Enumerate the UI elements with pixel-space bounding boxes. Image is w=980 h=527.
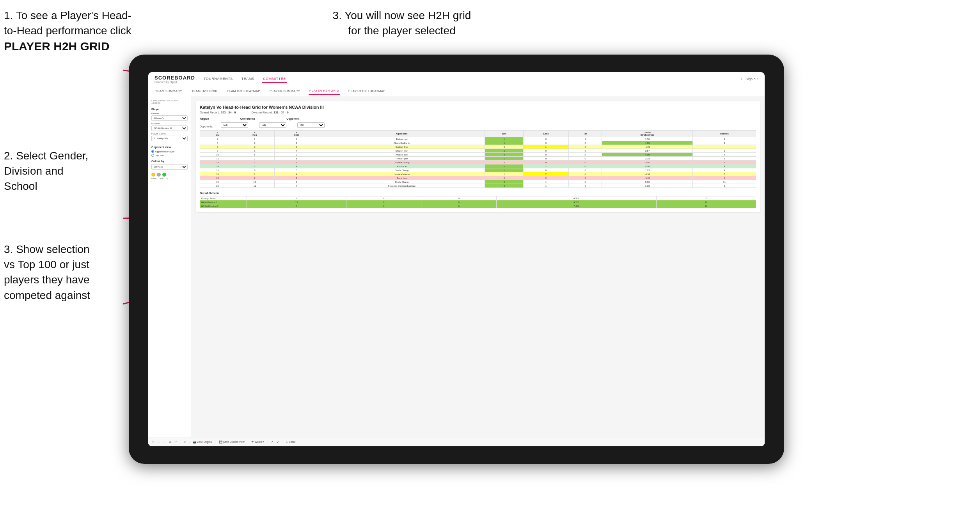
opponent-section-title: Opponent [286, 117, 299, 120]
player-section-title: Player [151, 108, 188, 111]
player-rank-label: Player (Rank) [151, 133, 188, 135]
colour-label-level: Level [159, 177, 163, 180]
gender-dropdown[interactable]: Women's Men's [151, 115, 188, 121]
help-icon[interactable]: i [741, 77, 742, 81]
nav-tab-tournaments[interactable]: TOURNAMENTS [203, 75, 234, 83]
opponent-view-radio-group: Opponents Played Top 100 [151, 150, 188, 157]
instruction-line1: 1. To see a Player's Head- [4, 9, 131, 21]
toolbar-sep4: | [248, 440, 249, 443]
save-custom-view-btn[interactable]: 💾 Save Custom View [219, 440, 245, 444]
filters-row: Region Conference Opponent [200, 117, 756, 120]
logo-area: SCOREBOARD Powered by clippd [154, 75, 195, 83]
toolbar-sep3: | [215, 440, 216, 443]
th-opponent: Opponent [319, 131, 485, 137]
sub-nav-player-summary[interactable]: PLAYER SUMMARY [269, 88, 301, 94]
table-row: 19106 Emily Chang 4 1 0 0.30 11 [200, 180, 756, 184]
table-row: 20117 Federica Domecq Lacroze 2 1 0 1.33… [200, 184, 756, 188]
main-content: Last Updated: 27/03/202416:55:38 Player … [148, 96, 765, 446]
opponents-label: Opponents: [200, 125, 213, 128]
table-row: 1063 Andrea York 2 0 0 4.00 4 [200, 153, 756, 157]
th-tie: Tie [568, 131, 602, 137]
colour-by-dropdown[interactable]: Win/loss [151, 164, 188, 170]
radio-opponents-played[interactable]: Opponents Played [151, 150, 188, 153]
th-diff: Diff AvStrokes/Rnd [602, 131, 693, 137]
out-row-foreign: Foreign Team 1 0 0 4.500 2 [200, 196, 756, 200]
th-reg: #Reg [235, 131, 274, 137]
division-dropdown[interactable]: NCAA Division III NCAA Division I NCAA D… [151, 126, 188, 131]
table-row: 311 Esther Lee 1 0 1 1.50 4 [200, 137, 756, 141]
colour-by-title: Colour by [151, 160, 188, 163]
sub-nav: TEAM SUMMARY TEAM H2H GRID TEAM H2H HEAT… [148, 86, 765, 96]
th-conf: #Conf [274, 131, 319, 137]
table-row: 1474 Eunice Yi 2 2 0 0.38 9 [200, 164, 756, 168]
out-of-division: Out of division Foreign Team 1 0 0 4.500… [200, 192, 756, 208]
header-right: i Sign out [741, 77, 758, 81]
timestamp: Last Updated: 27/03/202416:55:38 [151, 99, 188, 104]
sub-nav-team-h2h-heatmap[interactable]: TEAM H2H HEATMAP [226, 88, 261, 94]
logo-text: SCOREBOARD [154, 75, 195, 81]
colour-dot-down [151, 173, 155, 177]
player-rank-dropdown[interactable]: 8. Katelyn Vo [151, 136, 188, 141]
filter-group-region: Region [200, 117, 209, 120]
import-btn[interactable]: ↙ [277, 440, 279, 444]
app-header: SCOREBOARD Powered by clippd TOURNAMENTS… [148, 72, 765, 86]
h2h-records: Overall Record: 353 - 34 - 6 Division Re… [200, 111, 756, 114]
opponents-conference-select[interactable]: (All) [259, 122, 286, 128]
left-panel: Last Updated: 27/03/202416:55:38 Player … [148, 96, 191, 446]
table-row: 633 Sydney Kuo 0 1 0 -1.00 [200, 145, 756, 149]
colour-label-down: Down [151, 177, 156, 180]
overall-record: Overall Record: 353 - 34 - 6 [200, 111, 236, 114]
colour-section: Colour by Win/loss Down Level Up [151, 160, 188, 180]
colour-dot-up [162, 173, 166, 177]
instruction-top-left: 1. To see a Player's Head- to-Head perfo… [4, 8, 137, 55]
nav-tab-teams[interactable]: TEAMS [241, 75, 256, 83]
instruction-top-right: 3. You will now see H2H gridfor the play… [304, 8, 499, 38]
opponent-view-title: Opponent view [151, 146, 188, 149]
sub-nav-team-summary[interactable]: TEAM SUMMARY [154, 88, 183, 94]
conference-section-title: Conference [240, 117, 256, 120]
opponents-filter-row: Opponents: (All) (All) (All) [200, 122, 756, 128]
instruction-bottom-left: 3. Show selectionvs Top 100 or justplaye… [4, 242, 125, 303]
filter-group-conference: Conference [240, 117, 256, 120]
filter-group-opponent: Opponent [286, 117, 299, 120]
view-original-btn[interactable]: 📷 View: Original [193, 440, 213, 444]
radio-top100-input[interactable] [151, 154, 154, 157]
gender-label: Gender [151, 112, 188, 115]
out-table: Foreign Team 1 0 0 4.500 2 NAIA Division… [200, 196, 756, 208]
table-row: 1585 Stella Cheng 1 0 0 1.25 4 [200, 168, 756, 172]
division-record: Division Record: 331 - 34 - 6 [252, 111, 289, 114]
table-row: 1125 Heejo Hyun 1 0 0 3.33 3 [200, 157, 756, 161]
sub-nav-player-h2h-heatmap[interactable]: PLAYER H2H HEATMAP [348, 88, 386, 94]
sign-out-link[interactable]: Sign out [746, 77, 758, 81]
instruction-mid-left: 2. Select Gender,Division andSchool [4, 148, 125, 194]
export-btn[interactable]: ↗ [271, 440, 273, 444]
colour-dots [151, 173, 188, 177]
content-area: Katelyn Vo Head-to-Head Grid for Women's… [191, 96, 765, 446]
division-label: Division [151, 122, 188, 125]
tablet: SCOREBOARD Powered by clippd TOURNAMENTS… [129, 55, 784, 464]
region-section-title: Region [200, 117, 209, 120]
opponents-opponent-select[interactable]: (All) [297, 122, 325, 128]
h2h-table: #Div #Reg #Conf Opponent Win Loss Tie Di… [200, 130, 756, 188]
h2h-container: Katelyn Vo Head-to-Head Grid for Women's… [196, 101, 760, 212]
out-row-naia: NAIA Division 1 15 0 0 9.267 30 [200, 200, 756, 204]
tablet-screen: SCOREBOARD Powered by clippd TOURNAMENTS… [148, 72, 765, 446]
opponents-region-select[interactable]: (All) [221, 122, 248, 128]
opponent-view-section: Opponent view Opponents Played Top 100 [151, 146, 188, 157]
th-div: #Div [200, 131, 235, 137]
out-of-division-title: Out of division [200, 192, 756, 195]
nav-tab-committee[interactable]: COMMITTEE [262, 75, 287, 83]
sub-nav-team-h2h-grid[interactable]: TEAM H2H GRID [191, 88, 218, 94]
bottom-toolbar: ↩ ← → ⊞ ↩ · ⟳ | 📷 View: Original | 💾 Sav… [191, 437, 765, 446]
table-row: 1311 Jessica Huang 0 0 0 -3.00 2 [200, 161, 756, 164]
share-btn[interactable]: ⬡ Share [286, 440, 296, 444]
sub-nav-player-h2h-grid[interactable]: PLAYER H2H GRID [309, 87, 340, 95]
radio-top100[interactable]: Top 100 [151, 154, 188, 157]
th-loss: Loss [524, 131, 569, 137]
radio-opponents-played-input[interactable] [151, 150, 154, 153]
colour-label-up: Up [166, 177, 168, 180]
h2h-title: Katelyn Vo Head-to-Head Grid for Women's… [200, 105, 756, 110]
colour-labels: Down Level Up [151, 177, 188, 180]
th-rounds: Rounds [693, 131, 756, 137]
watch-btn[interactable]: 👁 Watch ▾ [251, 440, 264, 444]
